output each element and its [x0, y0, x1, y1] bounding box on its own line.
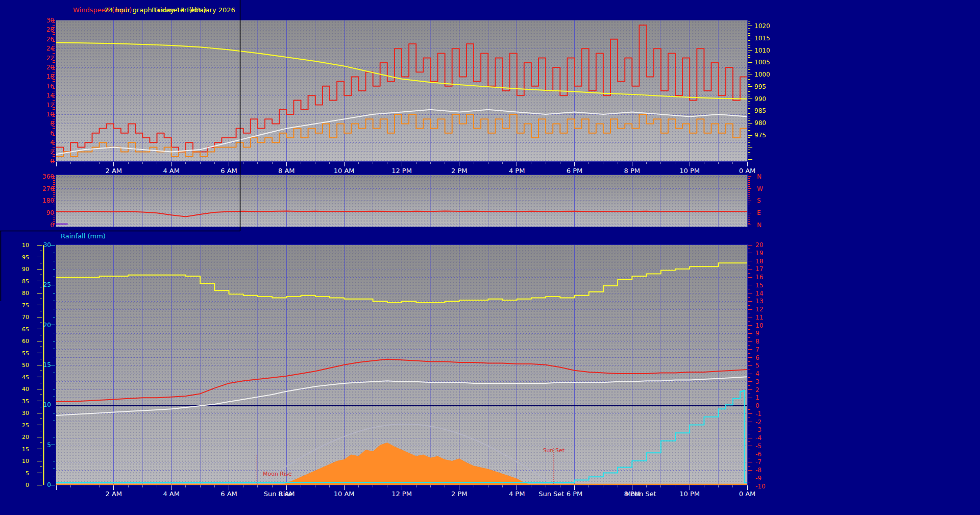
barometer-tick-label: 995: [754, 84, 766, 90]
hour-label-bottom: 2 AM: [106, 491, 122, 497]
temperature-tick-label: 19: [755, 250, 763, 256]
temperature-tick-label: -2: [755, 419, 762, 425]
compass-letter-label: S: [757, 198, 761, 204]
humidity-tick-label: 80: [22, 290, 29, 296]
temperature-tick-label: 17: [755, 266, 763, 272]
windspeed-barometer-chart: [56, 20, 747, 161]
barometer-tick-label: 1020: [754, 23, 770, 29]
rainfall-tick-label: 10: [33, 402, 51, 408]
temperature-tick-label: -4: [755, 435, 762, 441]
humidity-tick-label: 75: [22, 302, 29, 308]
hour-label-top: 2 AM: [106, 167, 122, 174]
humidity-tick-label: 40: [22, 386, 29, 392]
temperature-tick-label: 18: [755, 258, 763, 264]
hour-label-bottom: 0 AM: [739, 491, 756, 497]
direction-tick-label: 0: [36, 222, 54, 228]
hour-label-top: 4 AM: [163, 167, 180, 174]
barometer-tick-label: 990: [754, 96, 766, 102]
humidity-tick-label: 50: [22, 362, 29, 368]
rainfall-tick-label: 5: [33, 442, 51, 448]
temperature-tick-label: -9: [755, 475, 762, 481]
temperature-tick-label: 15: [755, 282, 763, 288]
windspeed-tick-label: 6: [36, 130, 54, 136]
sun-set-label: Sun Set: [543, 447, 565, 454]
hour-label-top: 4 PM: [509, 167, 525, 174]
humidity-tick-label: 20: [22, 434, 29, 440]
windspeed-tick-label: 16: [36, 83, 54, 89]
temperature-tick-label: 20: [755, 242, 763, 248]
temperature-tick-label: 13: [755, 298, 763, 304]
temperature-tick-label: 1: [755, 395, 760, 401]
direction-tick-label: 360: [36, 174, 54, 180]
temperature-tick-label: -7: [755, 459, 762, 465]
humidity-tick-label: 60: [22, 338, 29, 344]
humidity-tick-label: 70: [22, 314, 29, 320]
temperature-rainfall-solar-chart: Moon RiseSun Set: [56, 245, 747, 485]
sun-moon-axis-label: Moon Set: [625, 491, 656, 497]
wind-direction-chart: [56, 175, 747, 227]
moon-rise-label: Moon Rise: [263, 471, 292, 477]
windspeed-tick-label: 10: [36, 111, 54, 117]
humidity-tick-label: 95: [22, 254, 29, 260]
humidity-tick-label: 55: [22, 350, 29, 356]
rainfall-tick-label: 25: [33, 282, 51, 288]
hour-label-top: 0 AM: [739, 167, 756, 174]
hour-label-bottom: 4 AM: [163, 491, 180, 497]
temperature-tick-label: 11: [755, 314, 763, 321]
hour-label-top: 8 AM: [278, 167, 295, 174]
hour-label-top: 6 PM: [567, 167, 582, 174]
hour-label-top: 12 PM: [391, 167, 412, 174]
temperature-tick-label: 0: [755, 403, 760, 409]
temperature-tick-label: 6: [755, 355, 760, 361]
humidity-tick-label: 0: [22, 482, 29, 488]
temperature-tick-label: 8: [755, 338, 760, 345]
humidity-tick-label: 45: [22, 374, 29, 380]
humidity-tick-label: 100: [22, 242, 29, 248]
temperature-tick-label: 3: [755, 379, 760, 385]
sun-moon-axis-label: Sun Set: [538, 491, 564, 497]
humidity-tick-label: 85: [22, 278, 29, 284]
windspeed-tick-label: 26: [36, 36, 54, 42]
hour-label-top: 10 AM: [334, 167, 355, 174]
windspeed-tick-label: 22: [36, 55, 54, 61]
hour-label-top: 2 PM: [451, 167, 467, 174]
temperature-tick-label: -1: [755, 411, 762, 417]
weather-display-24hr-graph-screen: { "window": {"background": "#000084"}, "…: [0, 0, 980, 515]
windspeed-tick-label: 0: [36, 158, 54, 164]
temperature-tick-label: 5: [755, 362, 760, 369]
rainfall-axis-title: Rainfall (mm): [61, 232, 106, 240]
hour-label-bottom: 8 AM: [278, 491, 295, 497]
rainfall-tick-label: 0: [33, 482, 51, 488]
windspeed-tick-label: 24: [36, 45, 54, 52]
temperature-tick-label: 4: [755, 371, 760, 377]
hour-label-bottom: 10 PM: [679, 491, 700, 497]
hour-label-top: 8 PM: [624, 167, 640, 174]
hour-label-top: 10 PM: [679, 167, 700, 174]
temperature-tick-label: 2: [755, 387, 760, 393]
sun-moon-axis-label: Sun Rise: [264, 491, 292, 497]
windspeed-tick-label: 18: [36, 73, 54, 80]
windspeed-tick-label: 12: [36, 102, 54, 108]
hour-label-bottom: 6 PM: [567, 491, 582, 497]
temperature-tick-label: -3: [755, 427, 762, 433]
windspeed-tick-label: 30: [36, 17, 54, 23]
temperature-tick-label: 14: [755, 290, 763, 297]
compass-letter-label: N: [757, 222, 762, 228]
humidity-tick-label: 5: [22, 470, 29, 476]
windspeed-tick-label: 8: [36, 120, 54, 127]
humidity-tick-label: 90: [22, 266, 29, 272]
temperature-tick-label: 9: [755, 330, 760, 336]
rainfall-tick-label: 30: [33, 242, 51, 248]
direction-tick-label: 180: [36, 198, 54, 204]
humidity-tick-label: 65: [22, 326, 29, 332]
barometer-axis-title: Barometer (hPa): [152, 6, 206, 14]
humidity-tick-label: 30: [22, 410, 29, 416]
barometer-tick-label: 975: [754, 132, 766, 138]
humidity-tick-label: 15: [22, 446, 29, 452]
temperature-tick-label: 16: [755, 274, 763, 280]
windspeed-tick-label: 14: [36, 92, 54, 99]
barometer-tick-label: 1005: [754, 59, 770, 65]
temperature-tick-label: -5: [755, 443, 762, 449]
barometer-tick-label: 985: [754, 108, 766, 114]
hour-label-bottom: 4 PM: [509, 491, 525, 497]
